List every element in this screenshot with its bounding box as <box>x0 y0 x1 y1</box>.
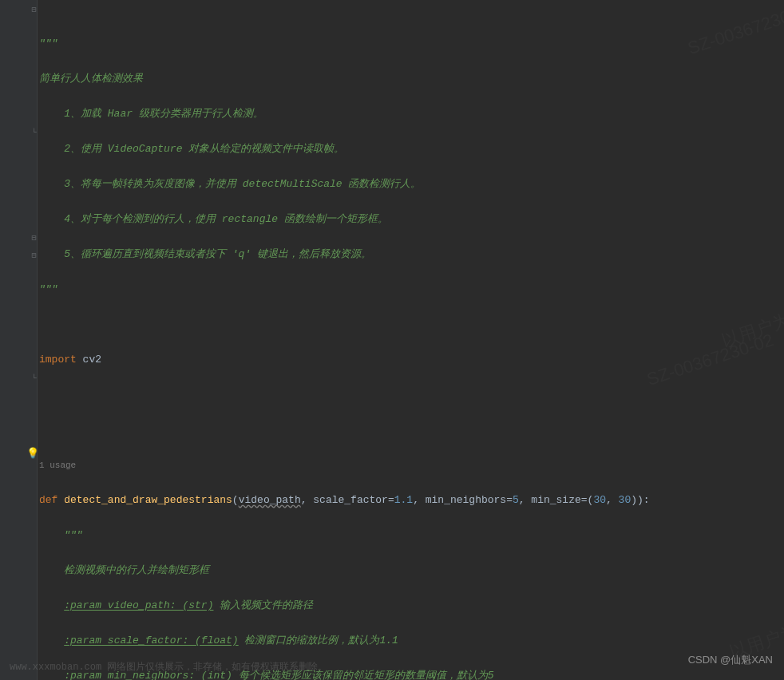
param-tag: :param <box>64 599 101 611</box>
lightbulb-icon[interactable]: 💡 <box>26 445 36 455</box>
csdn-watermark: CSDN @仙魁XAN <box>688 651 773 669</box>
editor-content[interactable]: """ 简单行人人体检测效果 1、加载 Haar 级联分类器用于行人检测。 2、… <box>38 0 784 680</box>
footer-disclaimer: www.xxxmoban.com 网络图片仅供展示，非存储，如有侵权请联系删除。 <box>10 658 327 676</box>
docstring-text: 4、对于每个检测到的行人，使用 rectangle 函数绘制一个矩形框。 <box>39 213 388 225</box>
fold-icon[interactable]: ⊟ <box>30 252 38 259</box>
fold-icon[interactable]: └ <box>30 375 38 382</box>
docstring-quote: """ <box>39 38 57 49</box>
docstring-text: 检测视频中的行人并绘制矩形框 <box>64 564 209 576</box>
docstring-text: 5、循环遍历直到视频结束或者按下 'q' 键退出，然后释放资源。 <box>39 248 371 260</box>
docstring-quote: """ <box>64 529 82 541</box>
def-keyword: def <box>39 494 64 506</box>
import-keyword: import <box>39 354 83 366</box>
param-tag: :param <box>64 635 101 646</box>
usage-hint[interactable]: 1 usage <box>39 461 76 470</box>
docstring-text: 3、将每一帧转换为灰度图像，并使用 detectMultiScale 函数检测行… <box>39 178 421 190</box>
docstring-quote: """ <box>39 283 57 295</box>
param-video-path: video_path <box>239 494 301 506</box>
editor-gutter: ⊟ └ ⊟ ⊟ └ 💡 <box>0 0 38 680</box>
docstring-text: 1、加载 Haar 级联分类器用于行人检测。 <box>39 108 263 120</box>
fold-icon[interactable]: └ <box>30 129 38 136</box>
import-module: cv2 <box>83 354 101 366</box>
fold-icon[interactable]: ⊟ <box>30 6 38 14</box>
docstring-text: 2、使用 VideoCapture 对象从给定的视频文件中读取帧。 <box>39 143 344 155</box>
function-name: detect_and_draw_pedestrians <box>64 494 232 506</box>
fold-icon[interactable]: ⊟ <box>30 235 38 242</box>
docstring-text: 简单行人人体检测效果 <box>39 73 143 85</box>
